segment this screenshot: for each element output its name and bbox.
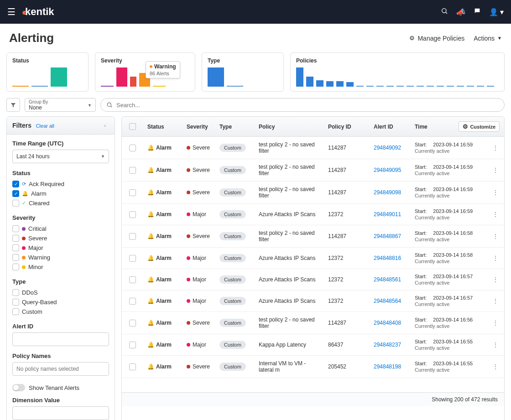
severity-filter-severe[interactable]: Severe xyxy=(12,233,109,243)
row-policy: test policy 2 - no saved filter xyxy=(254,316,323,329)
row-checkbox[interactable] xyxy=(129,211,136,218)
row-menu-icon[interactable]: ⋮ xyxy=(492,363,499,370)
dimension-input[interactable] xyxy=(12,406,109,420)
collapse-filters-button[interactable]: ‹ xyxy=(101,121,109,130)
table-row[interactable]: 🔔Alarm Severe Custom test policy 2 - no … xyxy=(122,137,504,159)
card-type[interactable]: Type xyxy=(202,52,284,92)
policy-names-input[interactable] xyxy=(12,362,109,376)
table-row[interactable]: 🔔Alarm Major Custom Kappa App Latency 86… xyxy=(122,334,504,356)
row-checkbox[interactable] xyxy=(129,320,136,327)
actions-dropdown[interactable]: Actions ▼ xyxy=(474,35,502,42)
row-menu-icon[interactable]: ⋮ xyxy=(492,276,499,283)
row-checkbox[interactable] xyxy=(129,342,136,348)
table-body[interactable]: 🔔Alarm Severe Custom test policy 2 - no … xyxy=(122,137,504,392)
col-alert-id[interactable]: Alert ID xyxy=(369,124,410,130)
row-menu-icon[interactable]: ⋮ xyxy=(492,189,499,196)
card-policies[interactable]: Policies xyxy=(290,52,505,92)
announce-icon[interactable]: 📣 xyxy=(456,8,465,16)
alert-id-link[interactable]: 294848564 xyxy=(374,298,401,304)
status-filter-ack-required[interactable]: ✓ ⟳ Ack Required xyxy=(12,179,109,189)
group-by-select[interactable]: Group By None ▼ xyxy=(25,98,96,112)
table-row[interactable]: 🔔Alarm Major Custom Azure Attacks IP Sca… xyxy=(122,290,504,312)
checkbox[interactable] xyxy=(12,299,19,306)
select-all-checkbox[interactable] xyxy=(129,123,136,130)
row-checkbox[interactable] xyxy=(129,145,136,151)
type-filter-ddos[interactable]: DDoS xyxy=(12,288,109,297)
severity-filter-major[interactable]: Major xyxy=(12,243,109,253)
row-menu-icon[interactable]: ⋮ xyxy=(492,254,499,262)
checkbox[interactable] xyxy=(12,308,19,315)
alert-id-link[interactable]: 294849098 xyxy=(374,189,401,196)
chat-icon[interactable] xyxy=(474,7,481,16)
row-checkbox[interactable] xyxy=(129,167,136,174)
tenant-toggle[interactable] xyxy=(12,384,25,391)
alert-id-link[interactable]: 294848237 xyxy=(374,342,401,348)
checkbox[interactable] xyxy=(12,289,19,296)
customize-button[interactable]: ⚙ Customize xyxy=(459,121,500,132)
checkbox[interactable] xyxy=(12,254,19,261)
row-menu-icon[interactable]: ⋮ xyxy=(492,341,499,348)
severity-filter-minor[interactable]: Minor xyxy=(12,262,109,272)
row-menu-icon[interactable]: ⋮ xyxy=(492,297,499,305)
card-severity[interactable]: Severity Warning 86 Alerts xyxy=(95,52,195,92)
col-status[interactable]: Status xyxy=(143,124,182,130)
col-severity[interactable]: Severity xyxy=(182,124,215,130)
col-policy-id[interactable]: Policy ID xyxy=(323,124,369,130)
alert-id-link[interactable]: 294849092 xyxy=(374,145,401,151)
search-box[interactable] xyxy=(100,98,505,112)
table-row[interactable]: 🔔Alarm Severe Custom Internal VM to VM -… xyxy=(122,356,504,378)
card-status[interactable]: Status xyxy=(6,52,89,92)
table-row[interactable]: 🔔Alarm Severe Custom test policy 2 - no … xyxy=(122,159,504,181)
alert-id-link[interactable]: 294848867 xyxy=(374,233,401,239)
type-filter-query-based[interactable]: Query-Based xyxy=(12,297,109,307)
col-type[interactable]: Type xyxy=(215,124,254,130)
search-icon[interactable] xyxy=(441,7,448,16)
row-menu-icon[interactable]: ⋮ xyxy=(492,166,499,174)
checkbox[interactable] xyxy=(12,235,19,242)
menu-icon[interactable]: ☰ xyxy=(7,6,16,17)
time-range-select[interactable]: Last 24 hours ▼ xyxy=(12,150,109,163)
table-row[interactable]: 🔔Alarm Major Custom Azure Attacks IP Sca… xyxy=(122,248,504,269)
row-menu-icon[interactable]: ⋮ xyxy=(492,319,499,327)
row-checkbox[interactable] xyxy=(129,363,136,370)
checkbox[interactable]: ✓ xyxy=(12,190,19,197)
checkbox[interactable] xyxy=(12,244,19,251)
table-row[interactable]: 🔔Alarm Severe Custom test policy 2 - no … xyxy=(122,312,504,334)
checkbox[interactable] xyxy=(12,264,19,270)
table-row[interactable]: 🔔Alarm Severe Custom test policy 2 - no … xyxy=(122,181,504,204)
search-input[interactable] xyxy=(116,102,499,109)
row-checkbox[interactable] xyxy=(129,255,136,262)
severity-filter-warning[interactable]: Warning xyxy=(12,253,109,262)
status-filter-alarm[interactable]: ✓ 🔔 Alarm xyxy=(12,189,109,198)
alert-id-link[interactable]: 294849095 xyxy=(374,167,401,173)
manage-policies-link[interactable]: ⚙ Manage Policies xyxy=(409,35,464,42)
checkbox[interactable] xyxy=(12,200,19,207)
table-row[interactable]: 🔔Alarm Major Custom Azure Attacks IP Sca… xyxy=(122,269,504,290)
logo[interactable]: ‹‹‹ kentik xyxy=(22,6,54,18)
severity-filter-critical[interactable]: Critical xyxy=(12,224,109,233)
col-time[interactable]: Time xyxy=(410,124,459,130)
row-menu-icon[interactable]: ⋮ xyxy=(492,233,499,240)
alert-id-input[interactable] xyxy=(12,332,109,346)
row-checkbox[interactable] xyxy=(129,298,136,305)
row-checkbox[interactable] xyxy=(129,276,136,283)
alert-id-link[interactable]: 294849011 xyxy=(374,211,401,218)
alert-id-link[interactable]: 294848198 xyxy=(374,363,401,370)
table-row[interactable]: 🔔Alarm Severe Custom test policy 2 - no … xyxy=(122,225,504,248)
alert-id-link[interactable]: 294848408 xyxy=(374,320,401,326)
clear-all-link[interactable]: Clear all xyxy=(36,123,54,129)
col-policy[interactable]: Policy xyxy=(254,124,323,130)
checkbox[interactable] xyxy=(12,225,19,232)
checkbox[interactable]: ✓ xyxy=(12,181,19,187)
row-menu-icon[interactable]: ⋮ xyxy=(492,211,499,218)
status-filter-cleared[interactable]: ✓ Cleared xyxy=(12,198,109,208)
table-row[interactable]: 🔔Alarm Major Custom Azure Attacks IP Sca… xyxy=(122,204,504,225)
row-checkbox[interactable] xyxy=(129,233,136,240)
alert-id-link[interactable]: 294848816 xyxy=(374,255,401,261)
filter-toggle-button[interactable] xyxy=(6,98,20,112)
alert-id-link[interactable]: 294848561 xyxy=(374,276,401,283)
row-checkbox[interactable] xyxy=(129,189,136,196)
row-menu-icon[interactable]: ⋮ xyxy=(492,144,499,151)
type-filter-custom[interactable]: Custom xyxy=(12,307,109,316)
user-menu[interactable]: 👤 ▾ xyxy=(489,8,504,16)
